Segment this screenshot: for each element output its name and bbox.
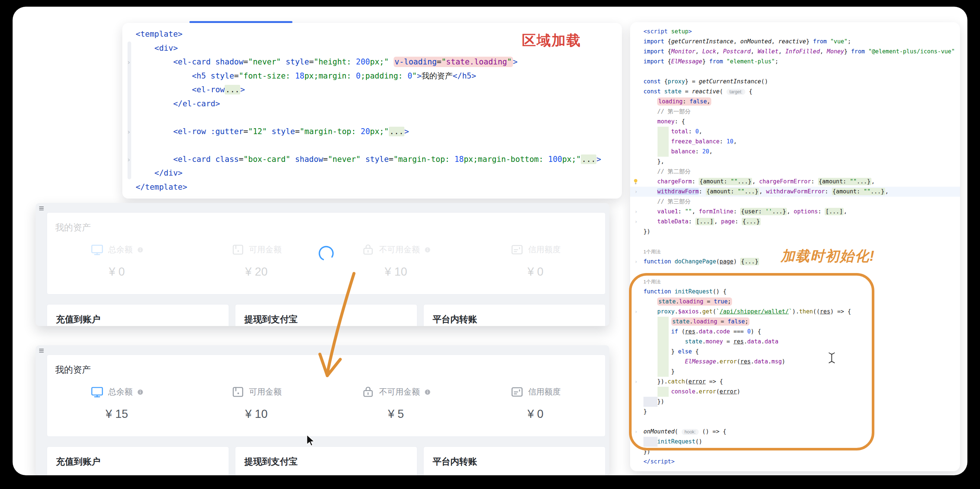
asset-column-header: 总余额 (91, 385, 143, 399)
action-cards-row: 充值到账户提现到支付宝平台内转账 (47, 304, 606, 326)
intention-bulb-icon[interactable] (632, 178, 639, 185)
action-card[interactable]: 平台内转账 (423, 446, 606, 475)
code-line: state.money = res.data.data (630, 337, 960, 347)
code-line: total: 0, (630, 127, 960, 137)
code-line: const {proxy} = getCurrentInstance() (630, 77, 960, 87)
code-line: import {Monitor, Lock, Postcard, Wallet,… (630, 47, 960, 57)
menu-icon[interactable] (38, 347, 46, 354)
asset-column: 可用金额¥ 10 (187, 385, 326, 421)
fold-chevron-icon[interactable]: › (127, 125, 131, 139)
credit-icon (511, 385, 524, 399)
asset-column-label: 总余额 (108, 386, 133, 397)
fold-chevron-icon[interactable]: › (635, 257, 638, 267)
fold-chevron-icon[interactable]: › (635, 187, 638, 197)
code-line: state.loading = true; (630, 297, 960, 307)
action-card[interactable]: 提现到支付宝 (235, 446, 417, 475)
asset-column-header: 信用额度 (511, 385, 561, 399)
info-icon[interactable] (425, 389, 431, 395)
code-line: freeze_balance: 10, (630, 137, 960, 147)
wallet-preview-loading: 我的资产总余额¥ 0可用金额¥ 20不可用金额¥ 10信用额度¥ 0充值到账户提… (36, 203, 609, 326)
code-line: } else { (630, 347, 960, 357)
code-line: console.error(error) (630, 387, 960, 397)
action-card[interactable]: 平台内转账 (423, 304, 606, 326)
loading-spinner-icon (315, 242, 337, 265)
fold-chevron-icon[interactable]: › (127, 55, 131, 69)
code-line: const state = reactive( target: { (630, 87, 960, 97)
code-line: ›onMounted( hook: () => { (630, 427, 960, 437)
fold-chevron-icon[interactable]: › (635, 217, 638, 227)
action-cards-row: 充值到账户提现到支付宝平台内转账 (47, 446, 606, 475)
init-on-load-annotation: 加载时初始化! (781, 247, 875, 266)
code-line: } (630, 407, 960, 417)
asset-value: ¥ 0 (527, 408, 543, 421)
code-line: chargeForm: {amount: ""...}, chargeFormE… (630, 177, 960, 187)
code-line: // 第一部分 (630, 107, 960, 117)
code-line (630, 267, 960, 277)
code-line: }) (630, 397, 960, 407)
asset-column-label: 不可用金额 (379, 386, 420, 397)
loading-overlay (47, 213, 605, 294)
code-line: }) (630, 227, 960, 237)
lock-icon (361, 385, 375, 399)
postcard-icon (231, 385, 245, 399)
code-line: 1个用法 (630, 277, 960, 287)
code-line: </div> (123, 166, 622, 180)
asset-card: 我的资产总余额¥ 15可用金额¥ 10不可用金额¥ 5信用额度¥ 0 (47, 354, 606, 437)
code-line: › }).catch(error => { (630, 377, 960, 387)
code-line: function initRequest() { (630, 287, 960, 297)
asset-column: 总余额¥ 15 (47, 385, 187, 421)
asset-column-header: 可用金额 (231, 385, 282, 399)
asset-column: 不可用金额¥ 5 (326, 385, 466, 421)
template-code-lines: <template> <div>› <el-card shadow="never… (123, 27, 622, 194)
asset-value: ¥ 5 (388, 408, 404, 421)
action-card[interactable]: 充值到账户 (47, 304, 229, 326)
monitor-icon (91, 385, 104, 399)
fold-chevron-icon[interactable]: › (635, 427, 638, 437)
code-line (123, 138, 622, 152)
code-line: balance: 20, (630, 147, 960, 157)
code-line: ElMessage.error(res.data.msg) (630, 357, 960, 367)
asset-columns: 总余额¥ 15可用金额¥ 10不可用金额¥ 5信用额度¥ 0 (47, 385, 605, 421)
action-card[interactable]: 充值到账户 (47, 446, 229, 475)
code-line: <h5 style="font-size: 18px;margin: 0;pad… (123, 69, 622, 83)
code-line: }, (630, 157, 960, 167)
code-line: if (res.data.code === 0) { (630, 327, 960, 337)
fold-chevron-icon[interactable]: › (635, 207, 638, 217)
asset-card: 我的资产总余额¥ 0可用金额¥ 20不可用金额¥ 10信用额度¥ 0 (47, 212, 606, 295)
code-line: › <el-row :gutter="12" style="margin-top… (123, 125, 622, 139)
code-line: loading: false, (630, 97, 960, 107)
code-line: › tableData: [...], page: {...} (630, 217, 960, 227)
code-line: import {getCurrentInstance, onMounted, r… (630, 37, 960, 47)
code-line: <el-row...> (123, 83, 622, 97)
wallet-preview-loaded: 我的资产总余额¥ 15可用金额¥ 10不可用金额¥ 5信用额度¥ 0充值到账户提… (36, 345, 609, 475)
fold-chevron-icon[interactable]: › (635, 377, 638, 387)
code-line: › <el-card shadow="never" style="height:… (123, 55, 622, 69)
code-line: </el-card> (123, 97, 622, 111)
app-window: <template> <div>› <el-card shadow="never… (13, 7, 967, 475)
screenshot-stage: <template> <div>› <el-card shadow="never… (0, 0, 980, 489)
asset-value: ¥ 10 (245, 408, 267, 421)
code-line: } (630, 367, 960, 377)
code-line: <script setup> (630, 27, 960, 37)
code-line: money: { (630, 117, 960, 127)
code-line: › <el-card class="box-card" shadow="neve… (123, 152, 622, 167)
asset-column-label: 可用金额 (249, 386, 282, 397)
code-line (630, 67, 960, 77)
code-line: </template> (123, 180, 622, 194)
asset-card-title: 我的资产 (55, 364, 91, 376)
code-line (630, 417, 960, 427)
fold-chevron-icon[interactable]: › (635, 307, 638, 317)
asset-column: 信用额度¥ 0 (466, 385, 606, 421)
code-line: }) (630, 447, 960, 457)
action-card[interactable]: 提现到支付宝 (235, 304, 417, 326)
asset-column-label: 信用额度 (528, 386, 561, 397)
code-line: // 第二部分 (630, 167, 960, 177)
fold-chevron-icon[interactable]: › (127, 152, 131, 167)
code-line: // 第三部分 (630, 197, 960, 207)
code-line (630, 237, 960, 247)
menu-icon[interactable] (38, 205, 46, 212)
code-line: initRequest() (630, 437, 960, 447)
code-line: › withdrawForm: {amount: ""...}, withdra… (630, 187, 960, 197)
info-icon[interactable] (137, 389, 143, 395)
code-line: › value1: "", formInline: {user: ''...},… (630, 207, 960, 217)
